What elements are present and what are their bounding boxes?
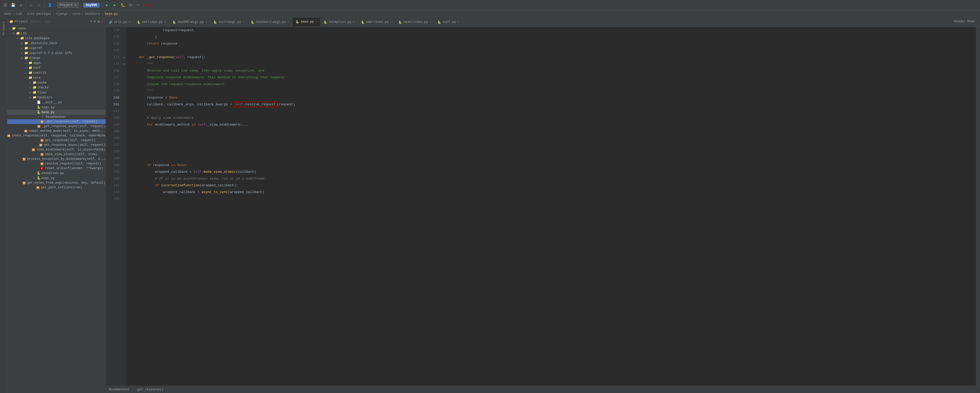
run-btn2[interactable]: ▶ xyxy=(112,2,118,8)
tree-item-conf[interactable]: ▸ 📁 conf xyxy=(7,65,105,70)
tree-item-basehandler[interactable]: ▾ C BaseHandler xyxy=(7,115,105,119)
toolbar-icon-refresh[interactable]: ↺ xyxy=(18,2,24,8)
tree-item-apps[interactable]: ▸ 📁 apps xyxy=(7,60,105,65)
sidebar-settings-icon[interactable]: ⚙ xyxy=(97,19,100,24)
method-item-adapt-method-mode[interactable]: m adapt_method_mode(self, is_async, meth… xyxy=(7,129,105,133)
tree-item-asgi-py[interactable]: 🐍 asgi.py xyxy=(7,105,105,110)
method-label-adapt-method-mode: adapt_method_mode(self, is_async, meth..… xyxy=(29,129,105,133)
tab-close-baseviews[interactable]: × xyxy=(430,21,431,24)
day-badge[interactable]: day006 xyxy=(83,3,100,8)
tab-base[interactable]: 🐍 base.py × xyxy=(293,18,321,27)
sidebar-sort-icon[interactable]: ≡ xyxy=(94,19,96,24)
method-item-get-response[interactable]: m _get_response(self, request) xyxy=(7,119,105,124)
breadcrumb-current[interactable]: base.py xyxy=(105,12,118,16)
tab-conf[interactable]: 🐍 conf.py × xyxy=(434,18,462,27)
tab-day006wsgi[interactable]: 🐍 day006\wsgi.py × xyxy=(169,18,210,27)
method-label-make-view-atomic: make_view_atomic(self, view) xyxy=(45,153,97,156)
code-area[interactable]: request=request, ) return response def _… xyxy=(127,27,976,386)
line-num-195: 195 xyxy=(106,196,121,202)
breadcrumb-item-5[interactable]: core xyxy=(72,12,80,16)
breadcrumb-item-2[interactable]: Lib xyxy=(16,12,22,16)
gutter-185 xyxy=(121,128,127,135)
tab-close-handlerswsgi[interactable]: × xyxy=(288,21,290,24)
tree-item-venv[interactable]: ▾ 📁 .venv xyxy=(7,26,105,31)
stop-btn[interactable]: ■ xyxy=(146,2,152,8)
tree-item-core[interactable]: ▾ 📁 core xyxy=(7,75,105,80)
tab-exception[interactable]: 🐍 exception.py × xyxy=(321,18,358,27)
coverage-btn[interactable]: ⛁ xyxy=(127,2,134,8)
line-num-187: 187 xyxy=(106,142,121,148)
tree-item-distutils-hack[interactable]: ▸ 📁 _distutils_hack xyxy=(7,41,105,46)
gutter-180 xyxy=(121,94,127,101)
method-item-make-view-atomic[interactable]: m make_view_atomic(self, view) xyxy=(7,152,105,157)
method-item-get-response-async[interactable]: m _get_response_async(self, request) xyxy=(7,124,105,129)
line-numbers: 170 171 172 173 174 175 176 177 178 179 … xyxy=(106,27,121,386)
toolbar-nav-fwd[interactable]: → xyxy=(36,2,42,8)
tree-label-files: files xyxy=(37,91,47,94)
toolbar-icon-menu[interactable]: ☰ xyxy=(2,2,8,8)
tab-close-day006wsgi[interactable]: × xyxy=(205,21,207,24)
method-item-check-response[interactable]: m check_response(self, response, callbac… xyxy=(7,133,105,138)
tree-item-asgiref-dist[interactable]: ▸ 📁 asgiref-3.7.2.dist-info xyxy=(7,51,105,56)
tree-item-init-py[interactable]: 📄 __init__.py xyxy=(7,100,105,105)
tab-settings[interactable]: 🐍 settings.py × xyxy=(134,18,169,27)
tab-close-base[interactable]: × xyxy=(316,20,317,23)
file-icon-base-py: 🐍 xyxy=(36,110,41,114)
tree-item-checks[interactable]: ▸ 📁 checks xyxy=(7,85,105,90)
tree-item-lib[interactable]: ▾ 📁 Lib xyxy=(7,31,105,36)
tree-item-contrib[interactable]: ▸ 📁 contrib xyxy=(7,70,105,75)
tree-arrow-core: ▾ xyxy=(24,76,28,80)
breadcrumb-item-3[interactable]: site-packages xyxy=(27,12,51,16)
breadcrumb-item-1[interactable]: .venv xyxy=(2,12,11,16)
tree-item-cache[interactable]: ▸ 📁 cache xyxy=(7,80,105,85)
code-180-content: response = None xyxy=(131,94,177,101)
tree-item-handlers[interactable]: ▾ 📁 handlers xyxy=(7,95,105,100)
toolbar-nav-back[interactable]: ← xyxy=(28,2,35,8)
tab-close-conf[interactable]: × xyxy=(457,21,459,24)
method-badge-m9: m xyxy=(22,158,25,161)
tab-wwwviews[interactable]: 🐍 www\views.py × xyxy=(358,18,395,27)
tree-item-wsgi-py[interactable]: ▾ 🐍 wsgi.py xyxy=(7,176,105,181)
breadcrumb-item-6[interactable]: handlers xyxy=(85,12,100,16)
tree-item-asgiref[interactable]: ▸ 📁 asgiref xyxy=(7,46,105,51)
tab-close-wwwviews[interactable]: × xyxy=(390,21,392,24)
code-line-187 xyxy=(127,142,976,148)
tree-item-base-py[interactable]: 🐍 base.py xyxy=(7,110,105,115)
more-btn[interactable]: ⋯ xyxy=(135,2,142,8)
method-item-reset-urlconf[interactable]: r reset_urlconf(sender, **kwargs) xyxy=(7,166,105,171)
right-scrollbar-panel[interactable] xyxy=(976,27,980,386)
tab-corewsgi[interactable]: 🐍 core\wsgi.py × xyxy=(210,18,248,27)
project-tab[interactable]: Project xyxy=(0,18,7,393)
tree-item-files[interactable]: ▸ 📁 files xyxy=(7,90,105,95)
tree-item-exception-py[interactable]: 🐍 exception.py xyxy=(7,171,105,176)
method-item-get-path[interactable]: m get_path_info(environ) xyxy=(7,185,105,190)
method-item-get-response-async2[interactable]: m get_response_async(self, request) xyxy=(7,143,105,147)
project-dropdown[interactable]: Project ▾ xyxy=(57,2,79,8)
method-item-get-bytes[interactable]: m get_bytes_from_wsgi(environ, key, defa… xyxy=(7,181,105,185)
reader-mode-button[interactable]: Reader Mode xyxy=(955,20,975,23)
toolbar-icon-user[interactable]: 👤 xyxy=(47,2,53,8)
method-item-load-middleware[interactable]: m load_middleware(self, is_async=False) xyxy=(7,147,105,152)
breadcrumb-item-4[interactable]: django xyxy=(56,12,67,16)
breadcrumb-sep-6: › xyxy=(102,12,103,16)
sidebar-close-icon[interactable]: — xyxy=(102,19,103,24)
method-item-process-exception[interactable]: m process_exception_by_middleware(self, … xyxy=(7,157,105,161)
tab-baseviews[interactable]: 🐍 base\views.py × xyxy=(395,18,434,27)
project-tab-label[interactable]: Project xyxy=(2,20,5,36)
tab-close-settings[interactable]: × xyxy=(164,21,166,24)
tab-urls[interactable]: 🔗 urls.py × xyxy=(106,18,134,27)
toolbar-icon-save[interactable]: 💾 xyxy=(10,2,16,8)
code-line-171: ) xyxy=(127,34,976,40)
tree-item-django[interactable]: ▾ 📁 django xyxy=(7,56,105,60)
run-btn[interactable]: ▶ xyxy=(104,2,110,8)
tree-arrow-apps: ▸ xyxy=(24,62,28,65)
tab-close-exception[interactable]: × xyxy=(353,21,355,24)
method-item-get-response2[interactable]: m get_response(self, request) xyxy=(7,138,105,143)
sidebar-locate-icon[interactable]: ⌖ xyxy=(90,19,92,24)
tree-item-site-packages[interactable]: ▾ 📁 site-packages xyxy=(7,36,105,41)
tab-close-urls[interactable]: × xyxy=(129,21,130,24)
method-item-resolve-request[interactable]: m resolve_request(self, request) xyxy=(7,161,105,166)
debug-btn[interactable]: 🐛 xyxy=(119,2,126,8)
tab-close-corewsgi[interactable]: × xyxy=(243,21,245,24)
tab-handlerswsgi[interactable]: 🐍 handlers\wsgi.py × xyxy=(248,18,293,27)
